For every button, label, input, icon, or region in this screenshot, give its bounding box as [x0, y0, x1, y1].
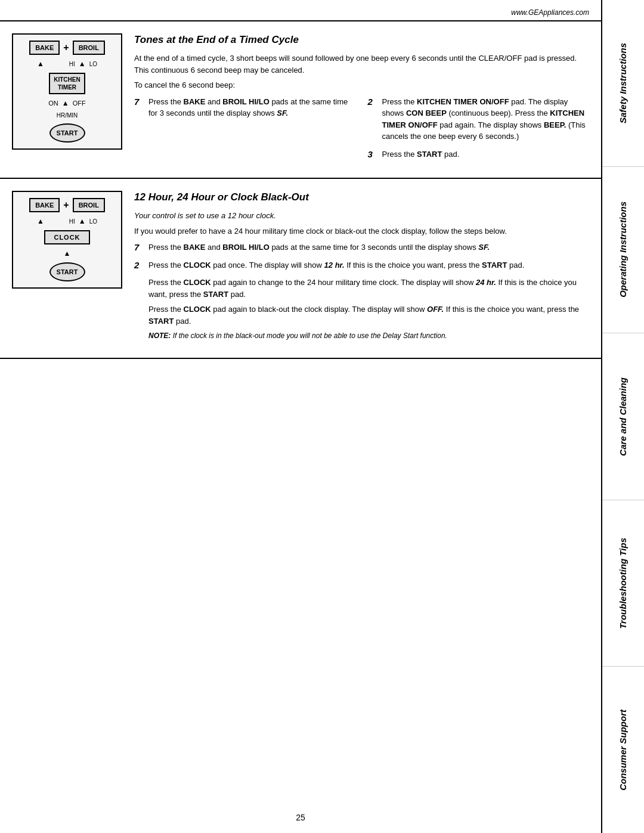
clock-arrow-row: ▲ — [64, 249, 71, 258]
page-number: 25 — [296, 813, 305, 822]
steps-col-right: 2 Press the KITCHEN TIMER ON/OFF pad. Th… — [368, 96, 590, 166]
step1-content: Press the BAKE and BROIL HI/LO pads at t… — [148, 96, 356, 119]
step1-broil: BROIL HI/LO — [222, 97, 269, 106]
panel-row-bake-broil: BAKE + BROIL — [29, 41, 105, 55]
section1-intro-text: At the end of a timed cycle, 3 short bee… — [134, 52, 589, 76]
section1-title: Tones at the End of a Timed Cycle — [134, 33, 589, 47]
s2-step2-num: 2 — [134, 259, 144, 271]
section2-step1: 7 Press the BAKE and BROIL HI/LO pads at… — [134, 241, 589, 253]
step2-kit: KITCHEN TIMER ON/OFF — [417, 97, 509, 106]
s2-start2: START — [203, 290, 228, 299]
hr-min-row: HR/MIN — [57, 112, 78, 119]
note-text: If the clock is in the black-out mode yo… — [171, 332, 447, 340]
sidebar: Safety Instructions Operating Instructio… — [601, 0, 644, 833]
step2-beep: BEEP. — [544, 120, 566, 129]
s2-12hr: 12 hr. — [324, 261, 345, 270]
sidebar-label-operating: Operating Instructions — [618, 202, 628, 298]
section2-step2: 2 Press the CLOCK pad once. The display … — [134, 259, 589, 271]
hi-text-2: HI — [69, 218, 75, 225]
section1-intro: At the end of a timed cycle, 3 short bee… — [134, 52, 589, 91]
s2-clock1: CLOCK — [184, 261, 211, 270]
step2: 2 Press the KITCHEN TIMER ON/OFF pad. Th… — [368, 96, 590, 143]
sidebar-label-troubleshooting: Troubleshooting Tips — [618, 538, 628, 629]
website-url: www.GEAppliances.com — [511, 8, 589, 17]
section2-step3-body: Press the CLOCK pad again to change to t… — [148, 277, 589, 341]
s2-clock3: CLOCK — [184, 305, 211, 314]
step1-num: 7 — [134, 96, 144, 119]
step1-sf: SF. — [277, 109, 288, 117]
section2-panel: BAKE + BROIL ▲ HI ▲ LO CLOCK — [12, 191, 122, 289]
page-header: www.GEAppliances.com — [0, 0, 601, 21]
panel2-row-bake-broil: BAKE + BROIL — [29, 198, 105, 212]
step1-bake: BAKE — [184, 97, 206, 106]
sidebar-section-safety: Safety Instructions — [602, 0, 644, 167]
control-panel-2: BAKE + BROIL ▲ HI ▲ LO CLOCK — [12, 191, 122, 289]
step2-con-beep: CON BEEP — [406, 109, 447, 117]
broil-button[interactable]: BROIL — [73, 41, 105, 55]
on-label: ON — [48, 100, 58, 107]
step2-num: 2 — [368, 96, 377, 143]
step1: 7 Press the BAKE and BROIL HI/LO pads at… — [134, 96, 356, 119]
bake-arrow-2: ▲ — [37, 217, 44, 225]
s2-broil: BROIL HI/LO — [222, 243, 269, 252]
section1-content: Tones at the End of a Timed Cycle At the… — [134, 33, 589, 166]
step3: 3 Press the START pad. — [368, 148, 590, 160]
s2-bake: BAKE — [184, 243, 206, 252]
section2-note: NOTE: If the clock is in the black-out m… — [148, 330, 589, 341]
section-tones: BAKE + BROIL ▲ HI ▲ LO KITCHEN — [0, 21, 601, 179]
section2-body: Your control is set to use a 12 hour clo… — [134, 210, 589, 237]
step3-start: START — [417, 150, 442, 159]
s2-24hr: 24 hr. — [476, 278, 496, 287]
start-button-2[interactable]: START — [49, 262, 85, 281]
s2-start3: START — [148, 317, 174, 326]
clock-arrow: ▲ — [64, 249, 71, 258]
broil-arrow-up-2: ▲ — [79, 217, 86, 225]
clock-button[interactable]: CLOCK — [44, 230, 89, 244]
s2-off: OFF. — [427, 305, 444, 314]
step3-content: Press the START pad. — [382, 148, 590, 160]
cancel-label: To cancel the 6 second beep: — [134, 79, 589, 91]
section2-title: 12 Hour, 24 Hour or Clock Black-Out — [134, 191, 589, 204]
section1-steps: 7 Press the BAKE and BROIL HI/LO pads at… — [134, 96, 589, 166]
section2-step4: Press the CLOCK pad again to black-out t… — [148, 304, 589, 327]
s2-sf: SF. — [478, 243, 490, 252]
s2-step2-content: Press the CLOCK pad once. The display wi… — [148, 259, 589, 271]
lo-text-2: LO — [89, 218, 97, 225]
timer-arrow: ▲ — [62, 99, 69, 107]
sidebar-section-care: Care and Cleaning — [602, 333, 644, 500]
section1-panel: BAKE + BROIL ▲ HI ▲ LO KITCHEN — [12, 33, 122, 166]
sidebar-section-troubleshooting: Troubleshooting Tips — [602, 500, 644, 667]
kitchen-timer-button[interactable]: KITCHEN TIMER — [49, 73, 85, 94]
on-off-row: ON ▲ OFF — [48, 99, 85, 107]
sidebar-section-operating: Operating Instructions — [602, 167, 644, 334]
sidebar-section-consumer: Consumer Support — [602, 667, 644, 833]
control-panel-1: BAKE + BROIL ▲ HI ▲ LO KITCHEN — [12, 33, 122, 150]
section2-subtitle: Your control is set to use a 12 hour clo… — [134, 210, 589, 222]
s2-step1-num: 7 — [134, 241, 144, 253]
main-content: www.GEAppliances.com BAKE + BROIL ▲ — [0, 0, 601, 833]
bake-arrow: ▲ — [37, 60, 44, 68]
step2-content: Press the KITCHEN TIMER ON/OFF pad. The … — [382, 96, 590, 143]
section2-step3: Press the CLOCK pad again to change to t… — [148, 277, 589, 300]
hi-text: HI — [69, 61, 75, 67]
note-label: NOTE: — [148, 332, 171, 340]
hr-min-label: HR/MIN — [57, 112, 78, 119]
steps-col-left: 7 Press the BAKE and BROIL HI/LO pads at… — [134, 96, 356, 166]
broil-arrow-up: ▲ — [79, 60, 86, 68]
sidebar-label-safety: Safety Instructions — [618, 43, 628, 123]
panel2-arrows-row: ▲ HI ▲ LO — [37, 217, 97, 225]
s2-start1: START — [482, 261, 507, 270]
broil-button-2[interactable]: BROIL — [73, 198, 105, 212]
bake-button-2[interactable]: BAKE — [29, 198, 60, 212]
off-label: OFF — [73, 100, 86, 107]
sidebar-label-consumer: Consumer Support — [618, 710, 628, 791]
section2-intro: If you would prefer to have a 24 hour mi… — [134, 225, 589, 237]
start-button-1[interactable]: START — [49, 123, 85, 143]
kitchen-timer-label: KITCHEN — [54, 76, 80, 83]
step3-num: 3 — [368, 148, 377, 160]
lo-text: LO — [89, 61, 97, 67]
panel-arrows-row1: ▲ HI ▲ LO — [37, 60, 97, 68]
s2-step1-content: Press the BAKE and BROIL HI/LO pads at t… — [148, 241, 589, 253]
sidebar-label-care: Care and Cleaning — [618, 377, 628, 456]
bake-button[interactable]: BAKE — [29, 41, 60, 55]
